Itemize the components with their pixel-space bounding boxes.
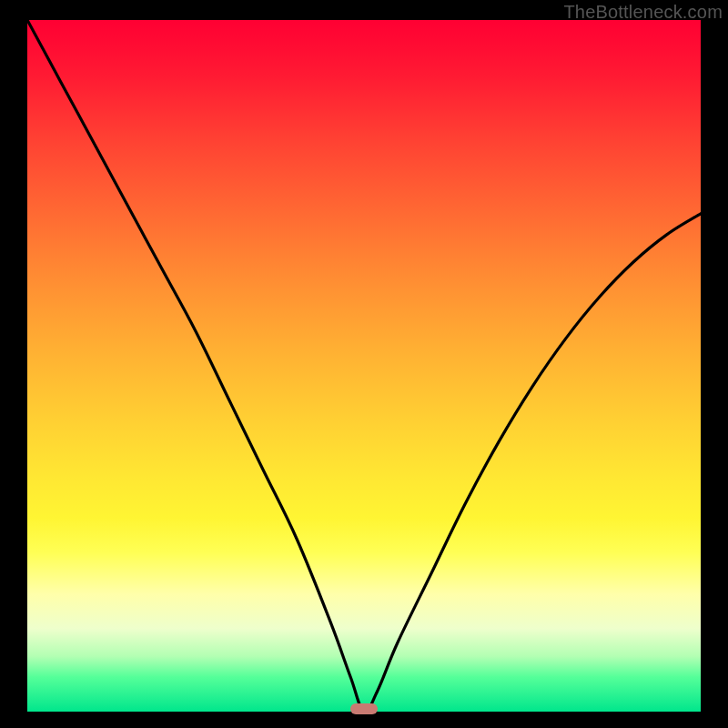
optimal-marker (350, 703, 378, 714)
bottleneck-curve (27, 20, 701, 712)
curve-path (27, 20, 701, 712)
watermark-text: TheBottleneck.com (563, 2, 723, 23)
chart-container (0, 0, 728, 728)
